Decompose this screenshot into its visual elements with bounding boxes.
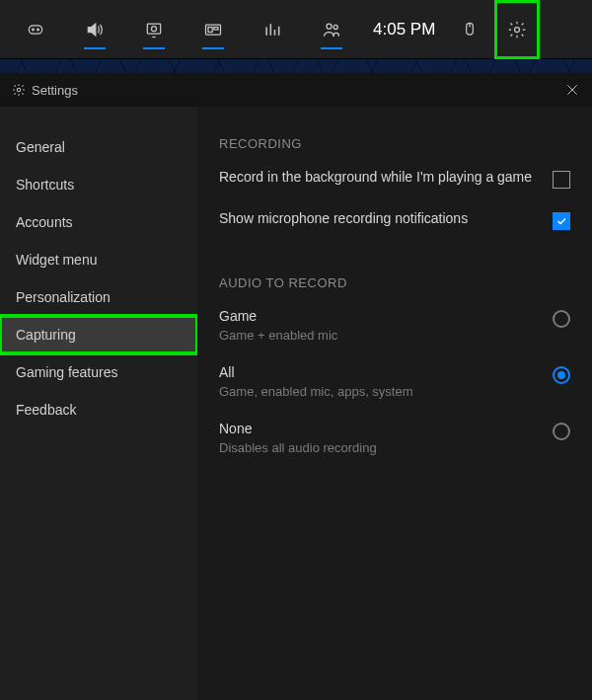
section-audio-to-record: AUDIO TO RECORD (219, 275, 570, 290)
settings-panel-header: Settings (0, 73, 592, 107)
row-background-record: Record in the background while I'm playi… (219, 169, 570, 189)
svg-rect-0 (29, 25, 41, 33)
svg-point-2 (37, 29, 39, 31)
row-mic-notifications: Show microphone recording notifications (219, 210, 570, 230)
radio-audio-game[interactable] (553, 310, 570, 328)
desktop-background-strip (0, 59, 592, 73)
capture-icon[interactable] (126, 0, 182, 59)
sidebar-item-label: Feedback (16, 402, 76, 418)
sidebar-item-label: Capturing (16, 327, 76, 343)
sidebar-item-gaming-features[interactable]: Gaming features (0, 353, 197, 391)
row-audio-all: All Game, enabled mic, apps, system (219, 364, 570, 399)
sidebar-item-label: Gaming features (16, 364, 118, 380)
audio-icon[interactable] (67, 0, 122, 59)
radio-sub: Game, enabled mic, apps, system (219, 384, 541, 399)
radio-title: All (219, 364, 541, 380)
close-icon[interactable] (564, 82, 580, 98)
settings-content: RECORDING Record in the background while… (197, 107, 592, 700)
svg-rect-7 (214, 27, 218, 30)
sidebar-item-label: Accounts (16, 214, 73, 230)
sidebar-item-label: General (16, 139, 65, 155)
performance-icon[interactable] (245, 0, 300, 59)
radio-audio-none[interactable] (553, 423, 570, 440)
sidebar-item-accounts[interactable]: Accounts (0, 203, 197, 241)
clock: 4:05 PM (363, 20, 445, 39)
gear-icon (12, 83, 26, 97)
section-recording: RECORDING (219, 136, 570, 151)
svg-rect-3 (147, 24, 160, 34)
radio-audio-all[interactable] (553, 366, 570, 384)
sidebar-item-label: Personalization (16, 289, 111, 305)
xbox-game-bar-topbar: 4:05 PM (0, 0, 592, 59)
widget-store-icon[interactable] (185, 0, 241, 59)
xbox-social-icon[interactable] (304, 0, 359, 59)
svg-point-11 (515, 27, 520, 32)
settings-gear-icon[interactable] (494, 0, 540, 59)
background-record-label: Record in the background while I'm playi… (219, 169, 541, 185)
mouse-passthrough-icon[interactable] (449, 0, 490, 59)
radio-sub: Disables all audio recording (219, 440, 541, 455)
svg-point-12 (17, 88, 21, 92)
svg-point-9 (333, 25, 337, 29)
sidebar-item-capturing[interactable]: Capturing (0, 316, 197, 353)
mic-notifications-label: Show microphone recording notifications (219, 210, 541, 226)
background-record-checkbox[interactable] (553, 171, 570, 189)
svg-rect-6 (208, 27, 212, 32)
sidebar-item-personalization[interactable]: Personalization (0, 278, 197, 316)
sidebar-item-label: Shortcuts (16, 177, 74, 193)
sidebar-item-widget-menu[interactable]: Widget menu (0, 241, 197, 278)
settings-title: Settings (32, 83, 564, 98)
radio-title: Game (219, 308, 541, 324)
xbox-icon[interactable] (8, 0, 63, 59)
mic-notifications-checkbox[interactable] (553, 212, 570, 230)
settings-sidebar: General Shortcuts Accounts Widget menu P… (0, 107, 197, 700)
row-audio-none: None Disables all audio recording (219, 421, 570, 455)
sidebar-item-label: Widget menu (16, 252, 97, 268)
sidebar-item-shortcuts[interactable]: Shortcuts (0, 166, 197, 203)
sidebar-item-feedback[interactable]: Feedback (0, 391, 197, 428)
radio-sub: Game + enabled mic (219, 328, 541, 343)
svg-point-1 (33, 29, 35, 31)
svg-point-4 (152, 26, 157, 31)
sidebar-item-general[interactable]: General (0, 128, 197, 166)
row-audio-game: Game Game + enabled mic (219, 308, 570, 343)
svg-point-8 (327, 24, 332, 29)
radio-title: None (219, 421, 541, 436)
